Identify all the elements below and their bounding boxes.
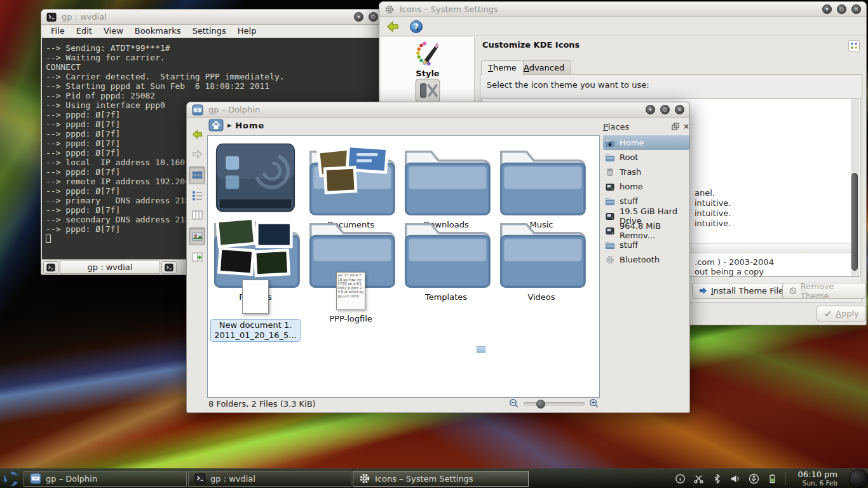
theme-list-fragment: intuitive.	[695, 198, 731, 208]
device-tools-icon[interactable]	[415, 78, 440, 104]
place-item-removable[interactable]: 964.8 MiB Remov...	[603, 223, 689, 238]
place-item-root[interactable]: Root	[603, 150, 689, 165]
volume-icon[interactable]	[730, 473, 741, 484]
sidebar-item-style-label: Style	[381, 69, 475, 78]
usb-device-icon[interactable]	[749, 473, 759, 484]
file-item-new-document[interactable]: New document 1.2011_01_20_16_5...	[208, 277, 303, 342]
menu-help[interactable]: Help	[232, 25, 262, 36]
bluetooth-icon[interactable]	[712, 473, 722, 484]
zoom-out-icon[interactable]	[509, 398, 519, 409]
tab-theme[interactable]: Theme	[481, 60, 524, 75]
split-view-button[interactable]	[189, 248, 205, 266]
place-item-home[interactable]: Home	[603, 135, 689, 150]
terminal-tab[interactable]: gp : wvdial	[60, 261, 160, 274]
panel-toolbox-cashew[interactable]	[849, 469, 868, 488]
place-label: home	[620, 182, 643, 191]
float-panel-icon[interactable]	[672, 123, 679, 130]
scrollbar-thumb[interactable]	[851, 173, 858, 271]
maximize-button[interactable]: ○	[660, 105, 670, 114]
place-label: Home	[620, 138, 644, 147]
details-view-button[interactable]	[189, 186, 205, 204]
folder-icon	[398, 212, 494, 290]
remove-theme-button[interactable]: Remove Theme	[782, 283, 866, 299]
split-tab-button[interactable]	[161, 261, 177, 274]
apply-button[interactable]: Apply	[817, 306, 866, 322]
taskbar: gp – Dolphin gp : wvdial Icons – System …	[0, 468, 868, 488]
settings-toolbar: ? ▾	[379, 17, 866, 36]
hard-drive-icon	[605, 211, 615, 221]
terminal-titlebar[interactable]: gp : wvdial ▾ ○	[41, 10, 383, 25]
folder-item-templates[interactable]: Templates	[398, 212, 494, 302]
zoom-slider-track[interactable]	[524, 402, 585, 405]
file-label-line2: 2011_01_20_16_5...	[214, 330, 296, 340]
menu-edit[interactable]: Edit	[71, 25, 98, 36]
folder-view[interactable]: Desktop Documents Downloads Music Pictur…	[207, 135, 600, 398]
forward-button[interactable]	[189, 145, 205, 163]
forward-arrow-icon	[192, 149, 203, 159]
home-folder-icon	[605, 138, 615, 148]
clock-date: Sun, 6 Feb	[797, 479, 837, 487]
folder-icon	[494, 140, 589, 217]
desktop-folder-icon	[208, 140, 303, 217]
close-button[interactable]: ×	[675, 105, 684, 114]
logfile-preview-text: Jan 17 09:4 7:18 gp-Asp ire-5738 pp pd[1…	[337, 273, 365, 299]
maximize-button[interactable]: ○	[837, 4, 846, 14]
minimize-button[interactable]: ▾	[822, 4, 832, 14]
klipper-scissors-icon[interactable]	[693, 473, 704, 484]
close-button[interactable]: ×	[851, 4, 861, 14]
maximize-button[interactable]: ○	[369, 12, 378, 22]
style-pencil-icon	[415, 41, 440, 66]
hard-drive-icon	[605, 182, 615, 192]
close-panel-icon[interactable]: ×	[683, 123, 689, 130]
place-item-home-partition[interactable]: home	[603, 179, 689, 194]
place-label: Trash	[620, 167, 641, 177]
back-button[interactable]	[189, 125, 205, 143]
preview-toggle-button[interactable]	[189, 227, 205, 245]
settings-titlebar[interactable]: Icons – System Settings ▾ ○ ×	[379, 2, 866, 17]
minimize-button[interactable]: ▾	[646, 105, 655, 114]
place-item-trash[interactable]: Trash	[603, 165, 689, 179]
zoom-slider-handle[interactable]	[536, 400, 545, 409]
help-button-group[interactable]: ? ▾	[410, 20, 419, 33]
task-wvdial[interactable]: gp : wvdial	[188, 471, 351, 487]
menu-settings[interactable]: Settings	[186, 25, 231, 36]
places-title: Places	[603, 122, 672, 132]
task-dolphin[interactable]: gp – Dolphin	[24, 471, 187, 487]
clock-time: 06:10 pm	[797, 470, 837, 480]
app-launcher-button[interactable]	[0, 469, 22, 488]
terminal-cursor	[46, 234, 51, 243]
battery-icon[interactable]	[767, 473, 778, 484]
dolphin-window[interactable]: gp – Dolphin ▾ ○ × ▶ Home Desktop Docume…	[186, 102, 690, 413]
overview-grid-icon[interactable]	[848, 40, 860, 51]
dolphin-titlebar[interactable]: gp – Dolphin ▾ ○ ×	[187, 102, 689, 118]
folder-item-videos[interactable]: Videos	[494, 212, 589, 302]
place-item-bluetooth[interactable]: Bluetooth	[603, 252, 689, 267]
dolphin-window-title: gp – Dolphin	[208, 105, 260, 114]
sidebar-item-style[interactable]: Style	[381, 41, 475, 104]
menu-view[interactable]: View	[98, 25, 129, 36]
chevron-down-icon[interactable]: ▾	[416, 27, 419, 32]
back-button[interactable]	[384, 20, 401, 34]
minimize-button[interactable]: ▾	[354, 12, 363, 22]
task-system-settings[interactable]: Icons – System Settings	[353, 471, 529, 487]
home-icon[interactable]	[208, 119, 224, 132]
digital-clock[interactable]: 06:10 pm Sun, 6 Feb	[794, 470, 841, 487]
file-item-ppp-logfile[interactable]: Jan 17 09:4 7:18 gp-Asp ire-5738 pp pd[1…	[303, 272, 398, 323]
tab-advanced[interactable]: Advanced	[517, 60, 571, 75]
columns-view-button[interactable]	[189, 206, 205, 224]
checkmark-icon	[824, 309, 832, 318]
menu-file[interactable]: File	[45, 25, 71, 36]
split-view-icon	[192, 252, 203, 262]
new-tab-button[interactable]	[43, 261, 58, 274]
menu-bookmarks[interactable]: Bookmarks	[129, 25, 187, 36]
details-view-icon	[192, 190, 203, 201]
terminal-icon	[46, 263, 55, 272]
breadcrumb-home[interactable]: Home	[235, 121, 264, 130]
zoom-in-icon[interactable]	[589, 398, 599, 409]
icons-view-button[interactable]	[189, 166, 205, 184]
scrollbar-track[interactable]	[851, 99, 859, 276]
file-label-line1: New document 1.	[219, 320, 292, 330]
settings-heading: Customize KDE Icons	[482, 40, 580, 50]
folder-label: Templates	[398, 292, 494, 302]
info-icon[interactable]	[675, 473, 686, 484]
